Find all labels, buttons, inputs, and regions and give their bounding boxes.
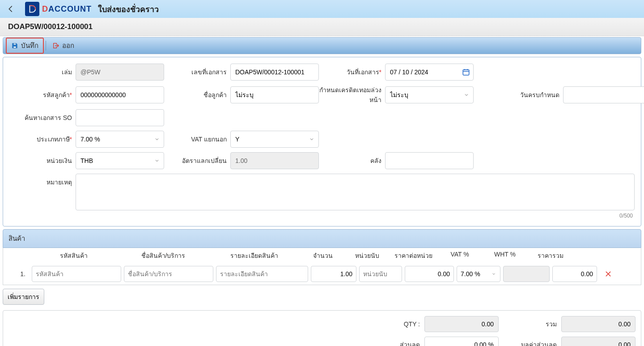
exit-button[interactable]: ออก xyxy=(48,38,79,53)
save-icon xyxy=(11,42,18,49)
qty-value xyxy=(424,316,499,332)
book-label: เล่ม xyxy=(9,67,76,77)
exchrate-input xyxy=(230,152,319,169)
taxtype-select[interactable] xyxy=(76,131,164,148)
qty-label: QTY : xyxy=(366,320,420,328)
item-name-input[interactable] xyxy=(124,266,213,282)
col-name-header: ชื่อสินค้า/บริการ xyxy=(119,251,208,261)
warehouse-input[interactable] xyxy=(385,152,474,169)
page-title: ใบส่งของชั่วคราว xyxy=(98,3,159,16)
col-wht-header: WHT % xyxy=(482,251,528,261)
document-number-bar: DOAP5W/00012-100001 xyxy=(0,18,644,36)
item-row-num: 1. xyxy=(8,270,29,278)
duedate-label: วันครบกำหนด xyxy=(474,90,563,100)
item-unit-input[interactable] xyxy=(359,266,402,282)
save-button-label: บันทึก xyxy=(21,40,38,51)
add-row-button[interactable]: เพิ่มรายการ xyxy=(3,289,44,305)
col-detail-header: รายละเอียดสินค้า xyxy=(208,251,300,261)
docdate-label: วันที่เอกสาร* xyxy=(319,67,385,77)
topbar: DACCOUNT ใบส่งของชั่วคราว xyxy=(0,0,644,18)
calendar-icon[interactable] xyxy=(462,68,470,76)
exit-icon xyxy=(52,42,59,49)
custname-input[interactable] xyxy=(230,86,319,103)
item-detail-input[interactable] xyxy=(216,266,308,282)
custname-label: ชื่อลูกค้า xyxy=(164,90,230,100)
svg-rect-1 xyxy=(463,70,469,75)
docno-input[interactable] xyxy=(230,64,319,81)
action-toolbar: บันทึก ออก xyxy=(3,37,641,54)
discount-label: ส่วนลด xyxy=(366,340,420,346)
discount-amt-value xyxy=(561,337,636,346)
col-vat-header: VAT % xyxy=(438,251,482,261)
remark-textarea[interactable] xyxy=(76,174,635,210)
arrow-left-icon xyxy=(7,5,15,13)
currency-select[interactable] xyxy=(76,152,164,169)
custcode-label: รหัสลูกค้า* xyxy=(9,90,76,100)
close-icon xyxy=(605,270,612,278)
discount-input[interactable] xyxy=(424,337,499,346)
back-button[interactable] xyxy=(5,4,16,14)
summary-panel: QTY : รวม ส่วนลด มูลค่าส่วนลด VATable ภา… xyxy=(3,310,641,346)
item-price-input[interactable] xyxy=(405,266,454,282)
items-table: รหัสสินค้า ชื่อสินค้า/บริการ รายละเอียดส… xyxy=(3,248,641,285)
item-total-input[interactable] xyxy=(552,266,597,282)
col-price-header: ราคาต่อหน่วย xyxy=(389,251,438,261)
sum1-value xyxy=(561,316,636,332)
item-qty-input[interactable] xyxy=(311,266,356,282)
findso-label: ค้นหาเอกสาร SO xyxy=(9,113,76,123)
discount-amt-label: มูลค่าส่วนลด xyxy=(503,340,557,346)
toolbar-separator xyxy=(46,41,46,51)
items-section-header: สินค้า xyxy=(3,229,641,248)
col-total-header: ราคารวม xyxy=(528,251,573,261)
remark-char-count: 0/500 xyxy=(76,212,635,220)
creditterm-label: กำหนดเครดิตเทอมล่วงหน้า xyxy=(319,85,385,105)
custcode-input[interactable] xyxy=(76,86,164,103)
item-vat-select[interactable] xyxy=(457,266,500,282)
sum1-label: รวม xyxy=(503,319,557,329)
remark-label: หมายเหตุ xyxy=(9,174,76,187)
col-code-header: รหัสสินค้า xyxy=(29,251,119,261)
col-qty-header: จำนวน xyxy=(300,251,346,261)
docdate-input[interactable] xyxy=(385,64,474,81)
book-input xyxy=(76,64,164,81)
item-row: 1. xyxy=(3,263,641,285)
brand-name: DACCOUNT xyxy=(42,4,92,14)
logo-icon xyxy=(27,4,37,14)
findso-input[interactable] xyxy=(76,109,164,126)
col-unit-header: หน่วยนับ xyxy=(346,251,389,261)
svg-rect-0 xyxy=(13,47,16,48)
item-wht-input xyxy=(503,266,550,282)
app-logo xyxy=(25,2,39,16)
exit-button-label: ออก xyxy=(62,40,74,51)
item-delete-button[interactable] xyxy=(600,270,617,278)
vatexcl-label: VAT แยกนอก xyxy=(164,134,230,144)
taxtype-label: ประเภทภาษี* xyxy=(9,134,76,144)
duedate-input[interactable] xyxy=(563,86,644,103)
item-code-input[interactable] xyxy=(32,266,121,282)
docno-label: เลขที่เอกสาร xyxy=(164,67,230,77)
vatexcl-select[interactable] xyxy=(230,131,319,148)
exchrate-label: อัตราแลกเปลี่ยน xyxy=(164,156,230,166)
items-header-row: รหัสสินค้า ชื่อสินค้า/บริการ รายละเอียดส… xyxy=(3,248,641,263)
creditterm-select[interactable] xyxy=(385,86,474,103)
currency-label: หน่วยเงิน xyxy=(9,156,76,166)
save-button[interactable]: บันทึก xyxy=(6,38,44,54)
warehouse-label: คลัง xyxy=(319,156,385,166)
form-panel: เล่ม เลขที่เอกสาร วันที่เอกสาร* รหัสลูกค… xyxy=(3,57,641,226)
